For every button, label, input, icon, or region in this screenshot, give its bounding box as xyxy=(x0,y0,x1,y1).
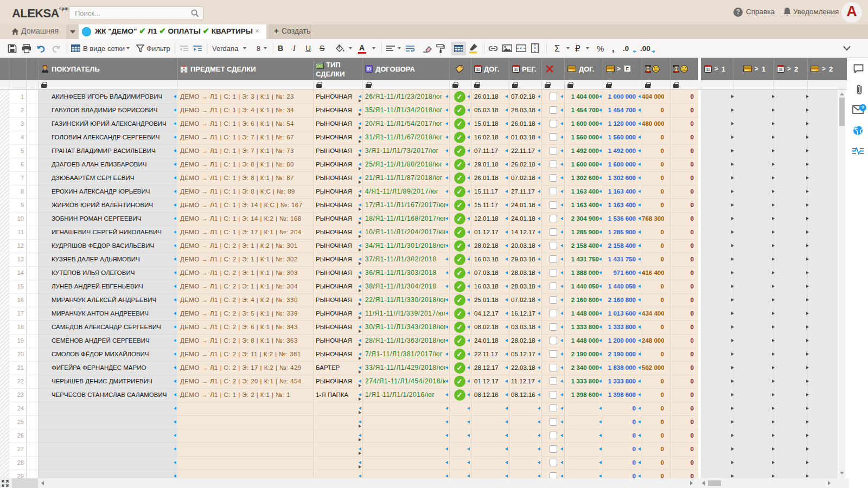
svg-text:31: 31 xyxy=(706,68,710,72)
svg-text:31: 31 xyxy=(476,68,480,72)
svg-text:31: 31 xyxy=(778,68,783,72)
svg-text:31: 31 xyxy=(514,68,518,72)
